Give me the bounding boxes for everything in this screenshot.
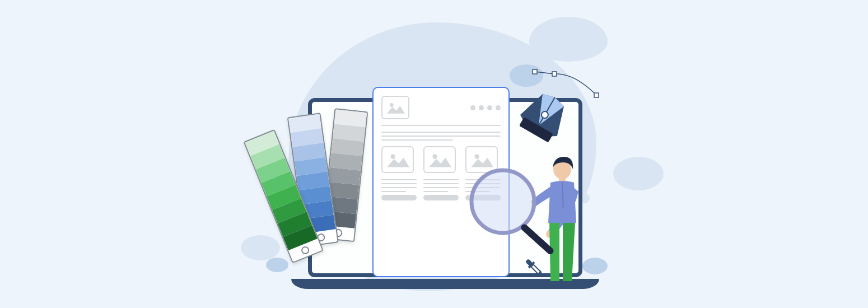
svg-point-0 <box>390 103 394 107</box>
pen-tool-icon <box>512 67 602 146</box>
svg-point-2 <box>432 154 437 158</box>
svg-rect-7 <box>594 93 599 97</box>
pagination-dots <box>470 105 501 110</box>
svg-line-4 <box>535 72 554 74</box>
image-placeholder-icon <box>381 96 409 119</box>
eyedropper-icon <box>521 255 547 281</box>
image-placeholder-icon <box>381 146 414 173</box>
svg-point-1 <box>390 154 395 158</box>
svg-rect-17 <box>520 223 555 255</box>
blob-shape <box>266 258 288 272</box>
blob-shape <box>613 157 664 190</box>
svg-rect-5 <box>533 69 537 74</box>
image-placeholder-icon <box>423 146 456 173</box>
blob-shape <box>241 235 280 260</box>
magnifier-icon <box>464 162 570 269</box>
svg-point-3 <box>474 154 479 158</box>
svg-rect-6 <box>552 72 557 76</box>
blob-shape <box>529 17 608 62</box>
illustration-stage <box>210 0 658 308</box>
